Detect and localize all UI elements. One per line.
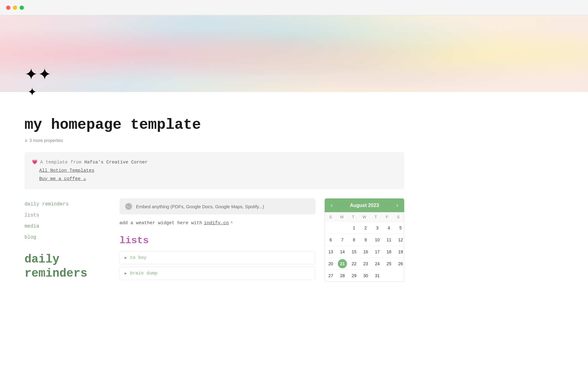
calendar-day[interactable]: 23: [361, 259, 370, 268]
embed-box[interactable]: Embed anything (PDFs, Google Docs, Googl…: [119, 198, 315, 214]
weekday-mon: M: [336, 212, 348, 222]
list-item-label: to buy: [130, 255, 146, 260]
nav-lists[interactable]: lists: [24, 213, 110, 218]
calendar-day-wrapper: 16: [360, 246, 371, 258]
calendar-day-wrapper: 17: [371, 246, 383, 258]
list-item[interactable]: ▶ brain dump: [119, 267, 315, 280]
calendar-day[interactable]: 10: [373, 235, 382, 244]
calendar-day[interactable]: 4: [384, 223, 394, 232]
calendar-day-wrapper: 20: [325, 258, 337, 270]
list-items-container: ▶ to buy ▶ brain dump: [119, 251, 315, 280]
nav-blog[interactable]: blog: [24, 235, 110, 240]
close-button[interactable]: [6, 6, 10, 10]
calendar-day[interactable]: 24: [373, 259, 382, 268]
weekday-wed: W: [359, 212, 370, 222]
weather-widget-line: add a weather widget here with indify.co…: [119, 220, 315, 226]
indify-link[interactable]: indify.co: [204, 220, 229, 226]
callout-main-line: 💗 A template from Hafsa's Creative Corne…: [32, 158, 397, 167]
weekday-tue: T: [348, 212, 359, 222]
title-bar: [0, 0, 588, 15]
three-column-layout: daily reminders lists media blog daily r…: [24, 198, 404, 282]
calendar-day[interactable]: 26: [396, 259, 404, 268]
calendar-day[interactable]: 14: [338, 247, 347, 256]
calendar-day-wrapper: 15: [348, 246, 360, 258]
list-item-label: brain dump: [130, 271, 157, 276]
left-nav: daily reminders lists media blog daily r…: [24, 198, 110, 282]
all-notion-templates-link[interactable]: All Notion Templates: [39, 167, 397, 175]
calendar-day-wrapper: 9: [360, 234, 371, 246]
calendar-weekdays: S M T W T F S: [325, 212, 404, 222]
calendar-day[interactable]: 11: [384, 235, 394, 244]
nav-daily-reminders[interactable]: daily reminders: [24, 201, 110, 207]
calendar-day-wrapper: 6: [325, 234, 337, 246]
nav-media[interactable]: media: [24, 224, 110, 229]
calendar-day-wrapper: 8: [348, 234, 360, 246]
calendar-day-wrapper: 21: [337, 258, 348, 270]
calendar-day[interactable]: 3: [373, 223, 382, 232]
weekday-thu: T: [370, 212, 381, 222]
calendar-day[interactable]: 9: [361, 235, 370, 244]
calendar-day-wrapper: 4: [383, 222, 395, 234]
maximize-button[interactable]: [20, 6, 24, 10]
calendar-next-button[interactable]: ›: [395, 202, 399, 209]
sparkle-icon: ✦✦✦: [24, 66, 51, 98]
calendar: ‹ August 2023 › S M T W T F S 0012345678…: [325, 198, 404, 282]
calendar-day[interactable]: 20: [326, 259, 335, 268]
arrow-icon: ▶: [125, 255, 127, 260]
weekday-sun: S: [325, 212, 336, 222]
calendar-day[interactable]: 27: [326, 271, 335, 280]
calendar-day-wrapper: 24: [371, 258, 383, 270]
calendar-day-wrapper: 2: [360, 222, 371, 234]
calendar-prev-button[interactable]: ‹: [330, 202, 334, 209]
calendar-day[interactable]: 15: [349, 247, 359, 256]
calendar-day-wrapper: 18: [383, 246, 395, 258]
calendar-day-wrapper: 13: [325, 246, 337, 258]
calendar-day-wrapper: 10: [371, 234, 383, 246]
calendar-day-wrapper: 19: [395, 246, 404, 258]
daily-reminders-heading: daily reminders: [24, 252, 110, 280]
calendar-day-wrapper: 22: [348, 258, 360, 270]
calendar-day[interactable]: 28: [338, 271, 347, 280]
calendar-day[interactable]: 8: [349, 235, 359, 244]
calendar-day[interactable]: 19: [396, 247, 404, 256]
calendar-day[interactable]: 13: [326, 247, 335, 256]
calendar-day[interactable]: 5: [396, 223, 404, 232]
calendar-day[interactable]: 31: [373, 271, 382, 280]
calendar-today[interactable]: 21: [338, 259, 347, 268]
calendar-day-wrapper: 25: [383, 258, 395, 270]
weather-text-prefix: add a weather widget here with: [119, 220, 202, 226]
calendar-day[interactable]: 29: [349, 271, 359, 280]
calendar-day[interactable]: 12: [396, 235, 404, 244]
traffic-lights: [6, 6, 24, 10]
minimize-button[interactable]: [13, 6, 17, 10]
calendar-header: ‹ August 2023 ›: [325, 198, 404, 212]
calendar-day-wrapper: 30: [360, 270, 371, 282]
callout-box: 💗 A template from Hafsa's Creative Corne…: [24, 152, 404, 189]
calendar-day-wrapper: 1: [348, 222, 360, 234]
hero-banner: ✦✦✦: [0, 15, 588, 92]
calendar-day[interactable]: 17: [373, 247, 382, 256]
page-title: my homepage template: [24, 117, 404, 133]
calendar-day[interactable]: 7: [338, 235, 347, 244]
calendar-day[interactable]: 1: [349, 223, 359, 232]
embed-placeholder-text: Embed anything (PDFs, Google Docs, Googl…: [136, 204, 264, 209]
calendar-grid: S M T W T F S 00123456789101112131415161…: [325, 212, 404, 282]
calendar-day[interactable]: 30: [361, 271, 370, 280]
caret-icon: ^: [231, 221, 233, 225]
calendar-day-wrapper: 11: [383, 234, 395, 246]
calendar-day-wrapper: 27: [325, 270, 337, 282]
buy-me-coffee-link[interactable]: Buy me a coffee ☕: [39, 175, 397, 183]
calendar-day[interactable]: 16: [361, 247, 370, 256]
calendar-day[interactable]: 18: [384, 247, 394, 256]
calendar-day[interactable]: 6: [326, 235, 335, 244]
calendar-day[interactable]: 2: [361, 223, 370, 232]
arrow-icon: ▶: [125, 271, 127, 276]
embed-icon: [125, 203, 132, 210]
list-item[interactable]: ▶ to buy: [119, 251, 315, 264]
calendar-day-wrapper: 29: [348, 270, 360, 282]
calendar-day[interactable]: 22: [349, 259, 359, 268]
properties-toggle[interactable]: ∨ 3 more properties: [24, 138, 404, 143]
calendar-days-grid: 0012345678910111213141516171819202122232…: [325, 222, 404, 282]
calendar-day[interactable]: 25: [384, 259, 394, 268]
content-area: my homepage template ∨ 3 more properties…: [0, 92, 429, 295]
